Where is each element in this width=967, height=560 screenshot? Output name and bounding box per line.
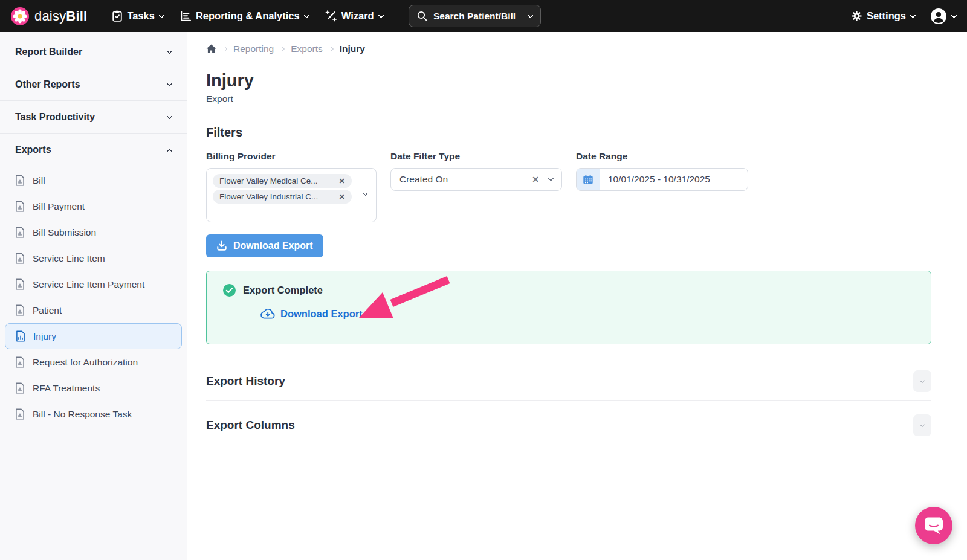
- nav-wizard[interactable]: Wizard: [325, 10, 383, 22]
- section-label: Other Reports: [15, 79, 80, 90]
- chevron-right-icon: [222, 47, 227, 51]
- chip-label: Flower Valley Medical Ce...: [219, 176, 318, 185]
- date-filter-type-select[interactable]: Created On ✕: [390, 168, 562, 191]
- item-label: Service Line Item: [33, 253, 105, 264]
- calendar-icon: [577, 169, 600, 190]
- clear-select-icon[interactable]: ✕: [532, 175, 539, 184]
- export-complete-panel: Export Complete Download Export: [206, 271, 931, 344]
- remove-chip-icon[interactable]: ✕: [339, 176, 345, 185]
- chevron-down-icon: [920, 422, 925, 426]
- chevron-right-icon: [280, 47, 285, 51]
- sidebar-item-bill-payment[interactable]: Bill Payment: [0, 193, 187, 219]
- nav-tasks-label: Tasks: [127, 10, 155, 22]
- chip-label: Flower Valley Industrial C...: [219, 192, 318, 201]
- sidebar-item-bill[interactable]: Bill: [0, 167, 187, 193]
- user-menu[interactable]: [931, 8, 956, 24]
- sidebar: Report Builder Other Reports Task Produc…: [0, 32, 187, 560]
- clipboard-icon: [112, 10, 122, 22]
- chevron-down-icon[interactable]: [548, 176, 554, 182]
- download-export-button-label: Download Export: [233, 240, 313, 251]
- gear-icon: [852, 11, 862, 21]
- item-label: RFA Treatments: [33, 383, 100, 394]
- provider-chip: Flower Valley Industrial C... ✕: [213, 190, 352, 204]
- search-patient-bill[interactable]: Search Patient/Bill: [409, 5, 541, 27]
- main-content: Reporting Exports Injury Injury Export F…: [187, 32, 967, 560]
- page-subtitle: Export: [206, 94, 931, 105]
- export-history-section[interactable]: Export History: [206, 362, 931, 400]
- chevron-down-icon: [528, 12, 534, 18]
- nav-wizard-label: Wizard: [341, 10, 374, 22]
- sidebar-section-task-productivity[interactable]: Task Productivity: [0, 101, 187, 134]
- check-circle-icon: [223, 284, 236, 297]
- brand-name: daisyBill: [34, 8, 87, 24]
- sidebar-item-bill-no-response-task[interactable]: Bill - No Response Task: [0, 401, 187, 427]
- sidebar-item-bill-submission[interactable]: Bill Submission: [0, 219, 187, 245]
- date-range-filter: Date Range: [576, 151, 748, 222]
- chevron-down-icon: [167, 80, 173, 86]
- nav-settings[interactable]: Settings: [852, 10, 915, 22]
- item-label: Bill: [33, 175, 45, 186]
- exports-item-list: Bill Bill Payment Bill Submission Servic…: [0, 166, 187, 427]
- download-export-link[interactable]: Download Export: [260, 308, 363, 320]
- sidebar-section-other-reports[interactable]: Other Reports: [0, 68, 187, 101]
- download-export-button[interactable]: Download Export: [206, 234, 323, 257]
- chat-bubble-icon: [924, 517, 943, 535]
- breadcrumb-exports[interactable]: Exports: [291, 43, 323, 54]
- nav-reporting-analytics[interactable]: Reporting & Analytics: [180, 10, 309, 22]
- item-label: Request for Authorization: [33, 357, 138, 368]
- filters-heading: Filters: [206, 126, 931, 140]
- date-filter-type-label: Date Filter Type: [390, 151, 562, 162]
- export-columns-label: Export Columns: [206, 419, 295, 432]
- chevron-down-icon: [951, 12, 957, 18]
- breadcrumb-injury: Injury: [340, 43, 365, 54]
- breadcrumb: Reporting Exports Injury: [206, 43, 931, 54]
- remove-chip-icon[interactable]: ✕: [339, 192, 345, 201]
- daisy-flower-icon: [11, 7, 29, 25]
- home-icon[interactable]: [206, 44, 216, 54]
- page-title: Injury: [206, 71, 931, 91]
- chart-icon: [180, 11, 191, 22]
- section-label: Task Productivity: [15, 112, 95, 123]
- provider-chip: Flower Valley Medical Ce... ✕: [213, 174, 352, 188]
- top-navbar: daisyBill Tasks Reporting & Analytics: [0, 0, 967, 32]
- item-label: Service Line Item Payment: [33, 279, 144, 290]
- sidebar-item-service-line-item[interactable]: Service Line Item: [0, 245, 187, 271]
- billing-provider-filter: Billing Provider Flower Valley Medical C…: [206, 151, 377, 222]
- chat-messenger-button[interactable]: [915, 507, 952, 544]
- item-label: Injury: [33, 331, 56, 342]
- brand-logo[interactable]: daisyBill: [11, 7, 87, 25]
- date-range-input[interactable]: 10/01/2025 - 10/31/2025: [576, 168, 748, 191]
- item-label: Bill - No Response Task: [33, 409, 132, 420]
- sidebar-section-exports[interactable]: Exports: [0, 134, 187, 166]
- chevron-down-icon: [167, 113, 173, 119]
- nav-reporting-label: Reporting & Analytics: [196, 10, 300, 22]
- select-value: Created On: [399, 174, 532, 185]
- chevron-right-icon: [329, 47, 334, 51]
- chevron-up-icon: [167, 148, 173, 154]
- annotation-arrow: [357, 275, 453, 327]
- sidebar-item-patient[interactable]: Patient: [0, 297, 187, 323]
- export-columns-section[interactable]: Export Columns: [206, 400, 931, 449]
- settings-label: Settings: [867, 10, 906, 22]
- billing-provider-multiselect[interactable]: Flower Valley Medical Ce... ✕ Flower Val…: [206, 168, 377, 222]
- export-columns-toggle-button[interactable]: [913, 414, 931, 436]
- user-avatar-icon: [931, 8, 946, 24]
- sidebar-section-report-builder[interactable]: Report Builder: [0, 36, 187, 68]
- sidebar-item-request-for-authorization[interactable]: Request for Authorization: [0, 349, 187, 375]
- search-icon: [417, 11, 427, 21]
- sidebar-item-rfa-treatments[interactable]: RFA Treatments: [0, 375, 187, 401]
- breadcrumb-reporting[interactable]: Reporting: [233, 43, 274, 54]
- export-history-toggle-button[interactable]: [913, 370, 931, 392]
- chevron-down-icon[interactable]: [363, 190, 369, 196]
- chevron-down-icon: [303, 12, 309, 18]
- export-complete-status: Export Complete: [243, 285, 323, 296]
- chevron-down-icon: [910, 12, 916, 18]
- chevron-down-icon: [920, 378, 925, 383]
- chevron-down-icon: [378, 12, 384, 18]
- sidebar-item-injury[interactable]: Injury: [5, 323, 182, 349]
- section-label: Report Builder: [15, 47, 82, 57]
- nav-tasks[interactable]: Tasks: [112, 10, 164, 22]
- date-range-label: Date Range: [576, 151, 748, 162]
- item-label: Bill Payment: [33, 201, 85, 212]
- sidebar-item-service-line-item-payment[interactable]: Service Line Item Payment: [0, 271, 187, 297]
